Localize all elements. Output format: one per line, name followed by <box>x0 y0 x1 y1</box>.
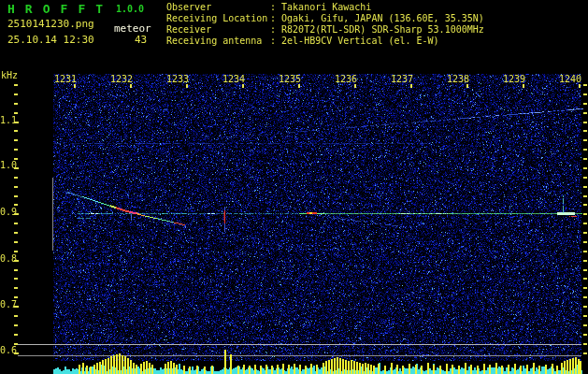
info-separator: : <box>270 2 281 12</box>
freq-tick-label: 0.9 <box>0 208 12 217</box>
info-separator: : <box>270 13 281 23</box>
hrofft-window: { "window": {"width": 629, "height": 400… <box>0 0 588 374</box>
freq-axis-unit: kHz <box>1 71 18 80</box>
freq-tick-label: 1.0 <box>0 161 12 170</box>
info-label: Receiving Location <box>166 13 270 24</box>
freq-tick-label: 0.6 <box>0 346 12 355</box>
time-tick-label: 1240 <box>559 75 582 84</box>
time-tick-label: 1238 <box>447 75 470 84</box>
info-separator: : <box>270 36 281 46</box>
station-info-row: Receiver: R820T2(RTL-SDR) SDR-Sharp 53.1… <box>166 24 484 36</box>
info-value: Ogaki, Gifu, JAPAN (136.60E, 35.35N) <box>281 13 484 23</box>
time-tick-label: 1233 <box>166 75 190 84</box>
station-info-block: Observer: Takanori KawachiReceiving Loca… <box>166 2 484 47</box>
output-filename: 2510141230.png <box>7 19 94 29</box>
time-tick-label: 1232 <box>110 75 134 84</box>
time-tick-label: 1235 <box>279 75 302 84</box>
spectrogram-canvas <box>0 0 588 374</box>
station-info-row: Receiving Location: Ogaki, Gifu, JAPAN (… <box>166 13 484 24</box>
station-info-row: Receiving antenna: 2el-HB9CV Vertical (e… <box>166 36 484 47</box>
info-value: 2el-HB9CV Vertical (el. E-W) <box>281 36 439 46</box>
date-time: 25.10.14 12:30 <box>7 35 94 45</box>
info-separator: : <box>270 24 281 35</box>
info-label: Observer <box>166 2 270 13</box>
freq-tick-label: 1.1 <box>0 116 12 125</box>
time-tick-label: 1234 <box>222 75 246 84</box>
freq-tick-label: 0.7 <box>0 300 12 309</box>
mode-label: meteor <box>114 23 151 34</box>
time-tick-label: 1231 <box>54 75 78 84</box>
station-info-row: Observer: Takanori Kawachi <box>166 2 484 13</box>
time-tick-label: 1236 <box>335 75 358 84</box>
info-label: Receiver <box>166 24 270 36</box>
info-label: Receiving antenna <box>166 36 270 47</box>
info-value: R820T2(RTL-SDR) SDR-Sharp 53.1000MHz <box>281 24 484 35</box>
app-version: 1.0.0 <box>116 5 144 14</box>
time-tick-label: 1239 <box>503 75 526 84</box>
info-value: Takanori Kawachi <box>281 2 371 12</box>
time-tick-label: 1237 <box>391 75 414 84</box>
echo-count: 43 <box>135 35 147 45</box>
freq-tick-label: 0.8 <box>0 254 12 264</box>
app-title: H R O F F T <box>7 3 105 15</box>
